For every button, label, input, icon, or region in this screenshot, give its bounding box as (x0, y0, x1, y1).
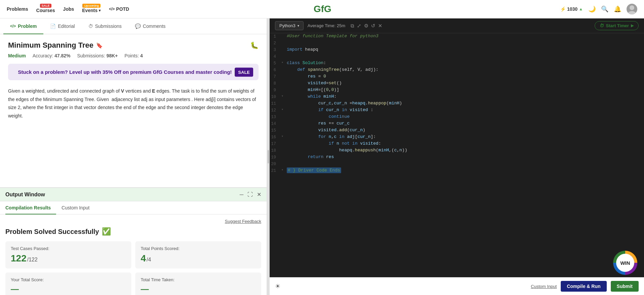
code-line: 14 res += cur_c (270, 120, 644, 127)
accuracy-label: Accuracy: 47.82% (33, 53, 71, 58)
submissions-tab-icon: ⏱ (88, 23, 93, 29)
difficulty-badge: Medium (8, 53, 26, 58)
code-line: 11 cur_c,cur_n =heapq.heappop(minH) (270, 100, 644, 107)
code-line: 6 def spanningTree(self, V, adj): (270, 67, 644, 73)
output-tab-compilation[interactable]: Compilation Results (5, 202, 56, 214)
nav-item-events[interactable]: Upcoming Events ▾ (82, 5, 101, 13)
test-cases-card: Test Cases Passed: 122 /122 (5, 241, 131, 268)
code-line: 9 minH=[(0,0)] (270, 87, 644, 94)
comments-tab-icon: 💬 (135, 23, 141, 29)
code-line: 15 visited.add(cur_n) (270, 127, 644, 134)
nav-item-courses[interactable]: SALE Courses (36, 5, 55, 13)
stats-grid: Test Cases Passed: 122 /122 Total Points… (5, 241, 261, 295)
output-header: Output Window ─ ⛶ ✕ (0, 188, 267, 201)
success-check-icon: ✅ (102, 227, 111, 236)
panel-divider[interactable] (267, 18, 270, 295)
total-points-value: 4 /4 (141, 253, 256, 264)
code-line: 18 heapq.heappush(minH,(c,n)) (270, 147, 644, 154)
play-icon: ▶ (631, 23, 634, 28)
code-line: 13 continue (270, 114, 644, 120)
problem-tab-icon: </> (10, 24, 16, 29)
code-line: 10 ▾ while minH: (270, 94, 644, 100)
bookmark-icon[interactable]: 🔖 (96, 42, 103, 49)
search-button[interactable]: 🔍 (601, 5, 608, 13)
test-cases-label: Test Cases Passed: (11, 246, 126, 251)
collapse-icon[interactable]: ✕ (378, 23, 382, 29)
code-line: 19 return res (270, 154, 644, 161)
total-score-label: Your Total Score: (11, 277, 126, 282)
problem-content: Minimum Spanning Tree 🔖 🐛 Medium Accurac… (0, 34, 267, 187)
promo-sale-badge: SALE (235, 67, 253, 77)
total-points-label: Total Points Scored: (141, 246, 256, 251)
problem-header-row: Minimum Spanning Tree 🔖 🐛 (8, 41, 259, 50)
problem-description: Given a weighted, undirected and connect… (8, 87, 259, 120)
editorial-tab-icon: 📄 (50, 23, 56, 29)
compile-run-button[interactable]: Compile & Run (561, 281, 606, 292)
problem-title: Minimum Spanning Tree (8, 41, 93, 50)
code-line: 4 (270, 53, 644, 60)
code-line: 21 ▾ # } Driver Code Ends (270, 167, 644, 174)
output-window-title: Output Window (5, 192, 240, 198)
output-window: Output Window ─ ⛶ ✕ Compilation Results … (0, 187, 267, 295)
output-tabs: Compilation Results Custom Input (0, 201, 267, 214)
start-timer-button[interactable]: ⏱ Start Timer ▶ (595, 21, 639, 30)
theme-toggle-button[interactable]: ☀ (275, 283, 280, 290)
refresh-icon[interactable]: ↺ (371, 23, 375, 29)
output-maximize-btn[interactable]: ⛶ (247, 191, 253, 198)
timer-icon: ⏱ (600, 23, 604, 28)
custom-input-link[interactable]: Custom Input (531, 284, 557, 289)
output-minimize-btn[interactable]: ─ (240, 191, 243, 198)
win-badge[interactable]: WIN (613, 251, 637, 275)
editor-icons-left: ⧉ ⤢ ⚙ ↺ ✕ (351, 23, 382, 29)
nav-item-jobs[interactable]: Jobs (63, 6, 74, 12)
code-line: 1 #User function Template for python3 (270, 33, 644, 40)
code-line: 3 import heapq (270, 47, 644, 53)
tab-submissions[interactable]: ⏱ Submissions (82, 19, 128, 34)
nav-item-potd[interactable]: </> POTD (109, 6, 129, 12)
svg-text:GfG: GfG (314, 4, 331, 14)
problem-title-row: Minimum Spanning Tree 🔖 (8, 41, 103, 50)
language-select[interactable]: Python3 ▾ (275, 21, 304, 30)
problem-tabs: </> Problem 📄 Editorial ⏱ Submissions 💬 … (0, 18, 267, 34)
expand-icon[interactable]: ⤢ (357, 23, 361, 29)
problem-meta: Medium Accuracy: 47.82% Submissions: 98K… (8, 53, 259, 58)
nav-item-problems[interactable]: Problems (7, 6, 28, 12)
sale-badge: SALE (40, 4, 51, 8)
output-tab-custom-input[interactable]: Custom Input (56, 202, 95, 214)
total-points-card: Total Points Scored: 4 /4 (135, 241, 261, 268)
code-line: 8 visited=set() (270, 80, 644, 87)
output-body: Suggest Feedback Problem Solved Successf… (0, 214, 267, 295)
copy-icon[interactable]: ⧉ (351, 23, 354, 29)
nav-left: Problems SALE Courses Jobs Upcoming Even… (7, 5, 129, 13)
code-line: 2 (270, 40, 644, 47)
tab-problem[interactable]: </> Problem (3, 19, 43, 34)
points-label: Points: 4 (125, 53, 143, 58)
output-close-btn[interactable]: ✕ (257, 191, 261, 198)
submit-button[interactable]: Submit (611, 281, 639, 292)
svg-point-1 (630, 5, 634, 10)
code-line: 7 res = 0 (270, 73, 644, 80)
submissions-label: Submissions: 98K+ (77, 53, 118, 58)
bug-icon[interactable]: 🐛 (250, 41, 259, 49)
code-line: 17 if n not in visited: (270, 141, 644, 147)
nav-logo[interactable]: GfG (312, 2, 332, 16)
settings-icon[interactable]: ⚙ (364, 23, 368, 29)
top-nav: Problems SALE Courses Jobs Upcoming Even… (0, 0, 644, 18)
user-avatar[interactable] (627, 4, 637, 14)
time-taken-label: Total Time Taken: (141, 277, 256, 282)
code-area: 1 #User function Template for python3 2 … (270, 33, 644, 277)
dark-mode-toggle[interactable]: 🌙 (588, 5, 596, 13)
total-score-card: Your Total Score: — (5, 273, 131, 295)
success-header: Problem Solved Successfully ✅ (5, 227, 261, 236)
editor-toolbar: Python3 ▾ Average Time: 25m ⧉ ⤢ ⚙ ↺ ✕ ⏱ … (270, 18, 644, 33)
notifications-button[interactable]: 🔔 (614, 5, 621, 13)
suggest-feedback-link[interactable]: Suggest Feedback (225, 219, 261, 224)
avg-time: Average Time: 25m (308, 23, 346, 28)
code-line: 16 ▾ for n,c in adj[cur_n]: (270, 134, 644, 141)
promo-banner[interactable]: Stuck on a problem? Level up with 35% Of… (8, 64, 259, 80)
tab-comments[interactable]: 💬 Comments (128, 19, 172, 34)
svg-point-2 (628, 11, 636, 14)
streak-display: ⚡ 1030 ▲ (560, 6, 583, 12)
code-editor-panel: Python3 ▾ Average Time: 25m ⧉ ⤢ ⚙ ↺ ✕ ⏱ … (270, 18, 644, 295)
tab-editorial[interactable]: 📄 Editorial (43, 19, 82, 34)
